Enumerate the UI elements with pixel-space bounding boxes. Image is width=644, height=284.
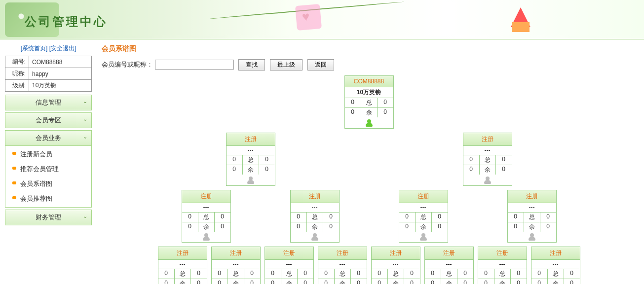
stat-label: 总: [441, 269, 457, 279]
node-dash: ---: [425, 259, 473, 269]
stat-val: 0: [158, 279, 175, 284]
stat-val: 0: [265, 269, 281, 279]
search-button[interactable]: 查找: [238, 59, 265, 71]
stat-val: 0: [318, 269, 335, 279]
stat-val: 0: [457, 269, 473, 279]
stat-label: 余: [228, 279, 244, 284]
person-icon-button[interactable]: [345, 117, 393, 128]
sidebar-item-register[interactable]: 注册新会员: [5, 147, 91, 162]
stat-label: 余: [335, 279, 351, 284]
stat-label: 总: [175, 269, 191, 279]
chevron-down-icon: ⌄: [83, 213, 87, 219]
link-logout[interactable]: [安全退出]: [49, 45, 76, 52]
menu-info[interactable]: 信息管理 ⌄: [5, 95, 92, 110]
node-dash: ---: [478, 259, 527, 269]
person-icon-button[interactable]: [227, 175, 275, 185]
main-content: 会员系谱图 会员编号或昵称： 查找 最上级 返回 COM88888 10万英镑 …: [94, 39, 644, 284]
node-dash: ---: [227, 145, 275, 155]
node-register-link[interactable]: 注册: [182, 190, 230, 203]
stat-val: 0: [227, 165, 243, 175]
label-level: 级别:: [5, 80, 29, 92]
stat-val: 0: [531, 269, 548, 279]
stat-val: 0: [191, 269, 207, 279]
node-register-link[interactable]: 注册: [372, 247, 420, 259]
chevron-down-icon: ⌄: [83, 98, 87, 105]
person-icon-button[interactable]: [291, 232, 339, 243]
person-icon-button[interactable]: [508, 232, 556, 243]
sidebar-item-referral[interactable]: 会员推荐图: [5, 191, 91, 206]
node-register-link[interactable]: 注册: [291, 190, 339, 203]
node-stats: 0总00余0: [372, 269, 420, 284]
stat-val: 0: [508, 213, 524, 222]
stat-val: 0: [345, 98, 361, 107]
person-icon-button[interactable]: [182, 232, 230, 243]
menu-member-biz[interactable]: 会员业务 ⌄: [5, 130, 92, 146]
node-dash: ---: [291, 203, 339, 212]
stat-val: 0: [425, 269, 441, 279]
sidebar-item-recommend-mgmt[interactable]: 推荐会员管理: [5, 162, 91, 177]
menu-finance[interactable]: 财务管理 ⌄: [5, 210, 92, 225]
person-icon-button[interactable]: [399, 232, 448, 243]
node-register-link[interactable]: 注册: [265, 247, 313, 259]
node-register-link[interactable]: 注册: [463, 133, 512, 145]
menu-label: 信息管理: [36, 99, 61, 106]
node-dash: ---: [508, 203, 556, 212]
node-dash: ---: [212, 259, 260, 269]
stat-val: 0: [425, 279, 441, 284]
stat-val: 0: [372, 269, 388, 279]
menu-member-area[interactable]: 会员专区 ⌄: [5, 112, 92, 128]
node-stats: 0总00余0: [265, 269, 313, 284]
stat-val: 0: [378, 98, 393, 107]
tree-node-empty: 注册---0总00余0: [265, 247, 314, 284]
stat-label: 总: [335, 269, 351, 279]
sidebar: [系统首页] [安全退出] 编号:COM88888 昵称:happy 级别:10…: [0, 39, 94, 284]
person-icon: [420, 233, 427, 240]
node-register-link[interactable]: 注册: [158, 247, 207, 259]
node-register-link[interactable]: 注册: [399, 190, 448, 203]
back-button[interactable]: 返回: [307, 59, 334, 71]
stat-val: 0: [215, 222, 230, 232]
stat-val: 0: [265, 279, 281, 284]
stat-val: 0: [508, 222, 524, 232]
stat-val: 0: [259, 165, 275, 175]
genealogy-tree: COM88888 10万英镑 0总0 0余0 注册---0总00余0注册---0…: [102, 75, 636, 284]
submenu-member-biz: 注册新会员 推荐会员管理 会员系谱图 会员推荐图: [5, 146, 92, 208]
stat-label: 总: [243, 155, 259, 165]
node-stats: 0总00余0: [291, 212, 339, 232]
node-register-link[interactable]: 注册: [531, 247, 580, 259]
tree-node-empty: 注册---0总00余0: [507, 190, 557, 243]
search-bar: 会员编号或昵称： 查找 最上级 返回: [102, 59, 636, 71]
stat-val: 0: [259, 155, 275, 165]
stat-val: 0: [351, 269, 367, 279]
node-dash: ---: [265, 259, 313, 269]
node-register-link[interactable]: 注册: [425, 247, 473, 259]
stat-label: 余: [416, 222, 432, 232]
node-register-link[interactable]: 注册: [478, 247, 527, 259]
node-stats: 0总00余0: [399, 212, 448, 232]
node-stats: 0总00余0: [212, 269, 260, 284]
label-id: 编号:: [5, 56, 29, 68]
link-home[interactable]: [系统首页]: [21, 45, 48, 52]
stat-val: 0: [404, 269, 420, 279]
top-level-button[interactable]: 最上级: [270, 59, 303, 71]
node-stats: 0总00余0: [227, 155, 275, 175]
stat-label: 余: [524, 222, 540, 232]
stat-val: 0: [372, 279, 388, 284]
node-stats: 0总00余0: [463, 155, 512, 175]
sidebar-item-genealogy[interactable]: 会员系谱图: [5, 177, 91, 191]
node-register-link[interactable]: 注册: [227, 133, 275, 145]
node-stats: 0总00余0: [182, 212, 230, 232]
tree-node-empty: 注册---0总00余0: [424, 247, 474, 284]
node-register-link[interactable]: 注册: [212, 247, 260, 259]
person-icon-button[interactable]: [463, 175, 512, 185]
node-id: COM88888: [345, 76, 393, 87]
stat-val: 0: [227, 155, 243, 165]
node-dash: ---: [463, 145, 512, 155]
node-register-link[interactable]: 注册: [318, 247, 367, 259]
stat-label: 总: [228, 269, 244, 279]
stat-val: 0: [496, 165, 512, 175]
search-input[interactable]: [155, 60, 234, 70]
node-register-link[interactable]: 注册: [508, 190, 556, 203]
top-links: [系统首页] [安全退出]: [5, 41, 92, 56]
stat-val: 0: [478, 269, 494, 279]
